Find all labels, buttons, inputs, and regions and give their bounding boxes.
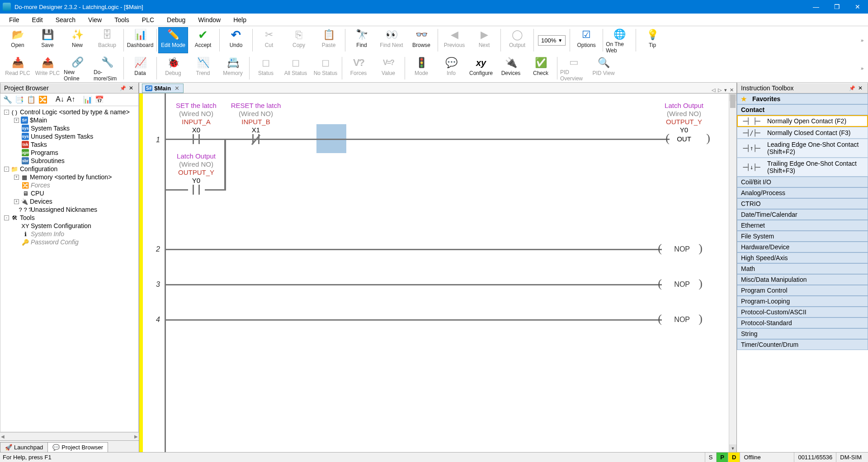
- toolbox-group[interactable]: High Speed/Axis: [737, 252, 868, 263]
- pb-tool-1[interactable]: 🔧: [3, 95, 12, 104]
- toolbar-readplc[interactable]: Read PLC: [3, 55, 33, 81]
- toolbar-overflow[interactable]: »: [859, 65, 865, 71]
- tree-item[interactable]: ? ? ?Unassigned Nicknames: [1, 205, 137, 214]
- toolbar-configure[interactable]: Configure: [466, 55, 496, 81]
- toolbar-trend[interactable]: Trend: [188, 55, 218, 81]
- tree-expander[interactable]: -: [4, 215, 9, 220]
- close-icon[interactable]: ✕: [127, 85, 135, 91]
- toolbox-group[interactable]: Hardware/Device: [737, 242, 868, 252]
- tree-expander[interactable]: +: [14, 199, 19, 204]
- menu-help[interactable]: Help: [229, 14, 251, 25]
- zoom-selector[interactable]: 100%▼: [538, 35, 566, 46]
- tree-expander[interactable]: +: [14, 118, 19, 123]
- toolbar-paste[interactable]: Paste: [314, 27, 344, 53]
- pin-icon[interactable]: 📌: [848, 85, 857, 91]
- window-minimize[interactable]: —: [806, 0, 826, 14]
- tree-expander[interactable]: +: [14, 175, 19, 180]
- toolbar-forces[interactable]: Forces: [344, 55, 373, 81]
- tree-item[interactable]: ℹSystem Info: [1, 230, 137, 238]
- tree-item[interactable]: pgmPrograms: [1, 149, 137, 157]
- toolbox-item[interactable]: ─┤↑├─Leading Edge One-Shot Contact (Shif…: [737, 139, 868, 158]
- toolbar-pidoverview[interactable]: PID Overview: [559, 55, 589, 81]
- tree-expander[interactable]: -: [4, 167, 9, 172]
- toolbox-group[interactable]: Protocol-Standard: [737, 317, 868, 328]
- toolbox-group-contact[interactable]: Contact: [737, 104, 868, 115]
- toolbox-group[interactable]: Program-Looping: [737, 296, 868, 307]
- toolbox-group[interactable]: Ethernet: [737, 220, 868, 231]
- menu-debug[interactable]: Debug: [162, 14, 190, 25]
- toolbox-favorites-header[interactable]: ★ Favorites: [737, 93, 868, 104]
- toolbox-item[interactable]: ─┤/├─Normally Closed Contact (F3): [737, 127, 868, 139]
- toolbox-group[interactable]: Math: [737, 263, 868, 274]
- menu-view[interactable]: View: [84, 14, 106, 25]
- tree-item[interactable]: XYSystem Configuration: [1, 222, 137, 230]
- toolbar-findnext[interactable]: Find Next: [377, 27, 406, 53]
- tree-item[interactable]: sysSystem Tasks: [1, 124, 137, 132]
- toolbar-undo[interactable]: Undo: [221, 27, 251, 53]
- contact-no-output-y[interactable]: [186, 184, 206, 196]
- tab-nav-close[interactable]: ✕: [729, 87, 735, 93]
- toolbar-value[interactable]: Value: [373, 55, 403, 81]
- editor-tab-main[interactable]: S# $Main ✕: [142, 84, 184, 93]
- toolbar-writeplc[interactable]: Write PLC: [33, 55, 62, 81]
- toolbar-mode[interactable]: Mode: [406, 55, 436, 81]
- toolbox-group[interactable]: Date/Time/Calendar: [737, 209, 868, 220]
- toolbar-open[interactable]: Open: [3, 27, 33, 53]
- tree-expander[interactable]: -: [4, 110, 9, 115]
- toolbox-item[interactable]: ─┤↓├─Trailing Edge One-Shot Contact (Shi…: [737, 158, 868, 177]
- menu-window[interactable]: Window: [193, 14, 225, 25]
- toolbar-copy[interactable]: Copy: [284, 27, 314, 53]
- menu-tools[interactable]: Tools: [110, 14, 134, 25]
- toolbar-editmode[interactable]: Edit Mode: [158, 27, 188, 53]
- toolbar-find[interactable]: Find: [347, 27, 377, 53]
- toolbox-group[interactable]: Misc/Data Manipulation: [737, 274, 868, 285]
- menu-file[interactable]: File: [5, 14, 24, 25]
- toolbox-group[interactable]: CTRIO: [737, 198, 868, 209]
- tree-item[interactable]: sysUnused System Tasks: [1, 132, 137, 140]
- tree-item[interactable]: +🔌Devices: [1, 197, 137, 205]
- tree-item[interactable]: 🔀Forces: [1, 181, 137, 189]
- toolbar-devices[interactable]: Devices: [496, 55, 526, 81]
- pb-tool-sort-asc[interactable]: A↓: [56, 95, 64, 104]
- pb-tool-sort-desc[interactable]: A↑: [67, 95, 75, 104]
- toolbar-overflow[interactable]: »: [859, 37, 865, 43]
- toolbar-new[interactable]: New: [62, 27, 92, 53]
- horizontal-scrollbar[interactable]: ◀ ▶: [0, 432, 139, 440]
- toolbar-status[interactable]: Status: [251, 55, 281, 81]
- window-close[interactable]: ✕: [847, 0, 868, 14]
- pb-tool-2[interactable]: 📑: [15, 95, 24, 104]
- tree-item[interactable]: -📁Configuration: [1, 165, 137, 173]
- tree-item[interactable]: tskTasks: [1, 140, 137, 149]
- toolbar-check[interactable]: Check: [526, 55, 556, 81]
- toolbar-options[interactable]: Options: [571, 27, 601, 53]
- toolbar-memory[interactable]: Memory: [218, 55, 248, 81]
- toolbar-domoresim[interactable]: Do-more/Sim: [92, 55, 122, 81]
- toolbar-cut[interactable]: Cut: [254, 27, 284, 53]
- pb-tool-6[interactable]: 📅: [95, 95, 104, 104]
- tab-close-icon[interactable]: ✕: [175, 85, 179, 92]
- toolbar-backup[interactable]: Backup: [92, 27, 122, 53]
- toolbar-debug[interactable]: Debug: [158, 55, 188, 81]
- toolbox-group[interactable]: Protocol-Custom/ASCII: [737, 307, 868, 317]
- pb-tool-4[interactable]: 🔀: [38, 95, 47, 104]
- tree-item[interactable]: 🖥CPU: [1, 189, 137, 197]
- toolbox-group[interactable]: Timer/Counter/Drum: [737, 339, 868, 350]
- menu-plc[interactable]: PLC: [137, 14, 159, 25]
- close-icon[interactable]: ✕: [857, 85, 864, 91]
- tree-item[interactable]: +S#$Main: [1, 116, 137, 124]
- toolbox-group[interactable]: File System: [737, 231, 868, 242]
- toolbar-dashboard[interactable]: Dashboard: [125, 27, 155, 53]
- contact-no-input-a[interactable]: [186, 133, 206, 145]
- vertical-scrollbar[interactable]: ▲ ▼: [729, 93, 736, 452]
- tree-item[interactable]: 🔑Password Config: [1, 238, 137, 246]
- tab-nav-next[interactable]: ▷: [717, 87, 722, 93]
- toolbar-info[interactable]: Info: [436, 55, 466, 81]
- toolbar-tip[interactable]: Tip: [637, 27, 667, 53]
- pb-tab-launchpad[interactable]: 🚀Launchpad: [0, 442, 48, 452]
- window-maximize[interactable]: ❐: [826, 0, 847, 14]
- tree-item[interactable]: -🛠Tools: [1, 214, 137, 222]
- toolbar-ontheweb[interactable]: On The Web: [604, 27, 634, 53]
- toolbar-pidview[interactable]: PID View: [589, 55, 618, 81]
- toolbar-next[interactable]: Next: [469, 27, 499, 53]
- toolbar-nostatus[interactable]: No Status: [311, 55, 340, 81]
